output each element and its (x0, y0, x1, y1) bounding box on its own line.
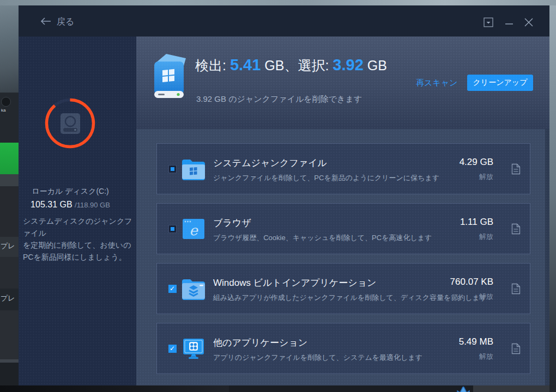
background-panel (0, 174, 19, 186)
close-button[interactable] (523, 17, 534, 28)
category-size-block: 4.29 GB 解放 (460, 157, 493, 182)
category-description: ブラウザ履歴、Cookie、キャッシュを削除して、PCを高速化します (213, 233, 432, 243)
browser-icon: e (181, 218, 206, 240)
cleaner-window: 戻る (19, 5, 549, 385)
background-text-fragment: プレ (1, 293, 15, 303)
category-free-label: 解放 (459, 352, 493, 362)
windows-drive-icon (150, 51, 189, 103)
category-card-browser: e ブラウザ ブラウザ履歴、Cookie、キャッシュを削除して、PCを高速化しま… (156, 203, 530, 254)
scan-subtitle: 3.92 GB のジャンクファイルを削除できます (196, 94, 362, 105)
background-game-image-top (0, 0, 556, 5)
detail-file-icon[interactable] (511, 343, 521, 357)
category-card-builtin-apps: Windows ビルトインアプリケーション 組み込みアプリが作成したジャンクファ… (156, 263, 530, 314)
background-text-fragment: ka (1, 108, 5, 113)
minimize-button[interactable] (504, 17, 515, 28)
tip-line: を定期的に削除して、お使いの (23, 239, 133, 251)
category-title: ブラウザ (213, 217, 251, 229)
category-title: Windows ビルトインアプリケーション (213, 277, 376, 289)
background-panel (0, 257, 19, 289)
rescan-link[interactable]: 再スキャン (416, 78, 457, 88)
taskbar-segment (549, 385, 556, 392)
minimize-icon (504, 17, 514, 27)
category-checkbox[interactable] (168, 165, 177, 173)
window-menu-button[interactable] (483, 17, 494, 28)
hard-disk-icon (59, 113, 81, 137)
tip-line: PCを新品同様にしましょう。 (23, 251, 133, 263)
summary-suffix: GB (364, 58, 387, 73)
close-icon (523, 17, 534, 28)
back-arrow-icon (40, 17, 51, 27)
dropdown-box-icon (484, 17, 493, 27)
screen: { "titlebar": { "back_label": "戻る" }, "h… (0, 0, 556, 392)
taskbar-segment (229, 385, 473, 392)
back-label: 戻る (57, 16, 74, 28)
category-size: 1.11 GB (460, 217, 493, 228)
background-occluded-window-left: ka プレ プレ (0, 5, 19, 385)
category-description: アプリのジャンクファイルを削除して、システムを最適化します (213, 353, 422, 363)
category-card-system-junk: システムジャンクファイル ジャンクファイルを削除して、PCを新品のようにクリーン… (156, 143, 530, 194)
category-title: 他のアプリケーション (213, 336, 307, 349)
category-size: 5.49 MB (459, 336, 493, 347)
category-checkbox[interactable] (168, 345, 177, 353)
category-title: システムジャンクファイル (213, 157, 327, 169)
other-apps-monitor-icon (181, 338, 206, 360)
system-junk-folder-icon (181, 158, 206, 180)
disk-name-label: ローカル ディスク(C:) (19, 187, 122, 197)
category-description: ジャンクファイルを削除して、PCを新品のようにクリーンに保ちます (213, 173, 439, 183)
sidebar: ローカル ディスク(C:) 105.31 GB /118.90 GB システムデ… (19, 36, 136, 385)
background-green-button-fragment (0, 143, 19, 174)
detail-file-icon[interactable] (511, 283, 521, 297)
category-size-block: 5.49 MB 解放 (459, 336, 493, 362)
scan-summary-header: 検出: 5.41 GB、選択: 3.92 GB 3.92 GB のジャンクファイ… (136, 36, 549, 129)
builtin-apps-folder-icon (181, 278, 206, 300)
background-panel (0, 186, 19, 237)
detected-label: 検出: (195, 58, 230, 73)
category-size: 4.29 GB (460, 157, 493, 168)
detected-value: 5.41 (230, 56, 261, 74)
disk-total-value: /118.90 GB (75, 201, 110, 209)
detail-file-icon[interactable] (511, 223, 521, 237)
tip-line: システムディスクのジャンクファイル (23, 215, 133, 239)
category-list: システムジャンクファイル ジャンクファイルを削除して、PCを新品のようにクリーン… (136, 129, 549, 385)
category-description: 組み込みアプリが作成したジャンクファイルを削除して、ディスク容量を節約します (213, 293, 487, 303)
taskbar-window-preview (473, 385, 549, 392)
category-size: 760.07 KB (450, 277, 493, 287)
main-panel: 検出: 5.41 GB、選択: 3.92 GB 3.92 GB のジャンクファイ… (136, 36, 549, 385)
category-size-block: 760.07 KB 解放 (450, 277, 493, 302)
category-card-other-apps: 他のアプリケーション アプリのジャンクファイルを削除して、システムを最適化します… (156, 323, 530, 374)
category-free-label: 解放 (460, 172, 493, 182)
taskbar-crown-icon[interactable] (456, 387, 471, 392)
cleanup-button[interactable]: クリーンアップ (467, 75, 533, 91)
background-panel (0, 363, 19, 385)
scan-summary-line: 検出: 5.41 GB、選択: 3.92 GB (195, 56, 387, 75)
taskbar (0, 385, 556, 392)
svg-text:e: e (189, 222, 198, 238)
background-game-image-right (549, 5, 556, 385)
category-checkbox[interactable] (168, 225, 177, 233)
summary-middle: GB、選択: (261, 58, 333, 73)
category-size-block: 1.11 GB 解放 (460, 217, 493, 242)
background-game-image-left (0, 5, 19, 93)
background-text-fragment: プレ (1, 241, 15, 251)
titlebar: 戻る (19, 5, 549, 36)
category-free-label: 解放 (460, 232, 493, 242)
selected-value: 3.92 (333, 56, 363, 74)
background-app-logo-icon (1, 97, 11, 107)
scrollbar-track[interactable] (545, 129, 549, 385)
taskbar-segment (0, 385, 229, 392)
category-checkbox[interactable] (168, 285, 177, 293)
background-panel (0, 310, 19, 359)
disk-used-value: 105.31 GB (31, 200, 72, 209)
detail-file-icon[interactable] (511, 163, 521, 177)
back-button[interactable]: 戻る (40, 16, 74, 28)
disk-capacity: 105.31 GB /118.90 GB (19, 200, 122, 210)
category-free-label: 解放 (450, 292, 493, 302)
sidebar-tip-text: システムディスクのジャンクファイル を定期的に削除して、お使いの PCを新品同様… (23, 215, 133, 263)
